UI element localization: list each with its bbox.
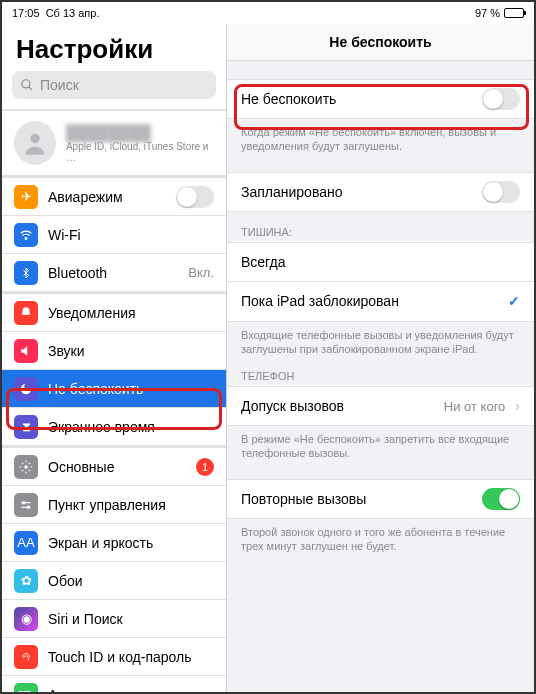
sidebar-item-general[interactable]: Основные 1 bbox=[2, 448, 226, 486]
svg-point-0 bbox=[22, 80, 30, 88]
search-input[interactable]: Поиск bbox=[12, 71, 216, 99]
account-subtitle: Apple ID, iCloud, iTunes Store и … bbox=[66, 141, 214, 163]
bluetooth-icon bbox=[14, 261, 38, 285]
dnd-toggle-row[interactable]: Не беспокоить bbox=[227, 79, 534, 119]
silence-always-row[interactable]: Всегда bbox=[227, 242, 534, 282]
flower-icon: ✿ bbox=[14, 569, 38, 593]
repeated-note: Второй звонок одного и того же абонента … bbox=[227, 519, 534, 554]
gear-icon bbox=[14, 455, 38, 479]
phone-header: ТЕЛЕФОН bbox=[227, 356, 534, 386]
sidebar-item-notifications[interactable]: Уведомления bbox=[2, 294, 226, 332]
repeated-calls-row[interactable]: Повторные вызовы bbox=[227, 479, 534, 519]
siri-icon: ◉ bbox=[14, 607, 38, 631]
svg-point-2 bbox=[30, 134, 39, 143]
scheduled-toggle[interactable] bbox=[482, 181, 520, 203]
silence-header: ТИШИНА: bbox=[227, 212, 534, 242]
detail-pane: Не беспокоить Не беспокоить Когда режим … bbox=[227, 24, 534, 692]
account-name: ████████ bbox=[66, 124, 214, 141]
battery-icon bbox=[14, 683, 38, 693]
dnd-toggle[interactable] bbox=[482, 88, 520, 110]
battery-icon bbox=[504, 8, 524, 18]
allow-calls-row[interactable]: Допуск вызовов Ни от кого › bbox=[227, 386, 534, 426]
sidebar-item-battery[interactable]: Аккумулятор bbox=[2, 676, 226, 692]
airplane-icon: ✈ bbox=[14, 185, 38, 209]
check-icon: ✓ bbox=[508, 293, 520, 309]
speaker-icon bbox=[14, 339, 38, 363]
status-bar: 17:05 Сб 13 апр. 97 % bbox=[2, 2, 534, 24]
svg-line-1 bbox=[29, 87, 32, 90]
sidebar: Настройки Поиск ████████ Apple ID, iClou… bbox=[2, 24, 227, 692]
hourglass-icon: ⧗ bbox=[14, 415, 38, 439]
sidebar-item-screentime[interactable]: ⧗ Экранное время bbox=[2, 408, 226, 446]
sliders-icon bbox=[14, 493, 38, 517]
silence-note: Входящие телефонные вызовы и уведомления… bbox=[227, 322, 534, 357]
sidebar-item-touchid[interactable]: Touch ID и код-пароль bbox=[2, 638, 226, 676]
detail-title: Не беспокоить bbox=[227, 24, 534, 61]
chevron-right-icon: › bbox=[515, 398, 520, 414]
status-date: Сб 13 апр. bbox=[46, 7, 100, 19]
sidebar-item-bluetooth[interactable]: Bluetooth Вкл. bbox=[2, 254, 226, 292]
status-time: 17:05 bbox=[12, 7, 40, 19]
repeated-toggle[interactable] bbox=[482, 488, 520, 510]
sidebar-item-wifi[interactable]: Wi-Fi bbox=[2, 216, 226, 254]
search-icon bbox=[20, 78, 34, 92]
account-row[interactable]: ████████ Apple ID, iCloud, iTunes Store … bbox=[2, 110, 226, 176]
sidebar-item-controlcenter[interactable]: Пункт управления bbox=[2, 486, 226, 524]
svg-rect-9 bbox=[19, 691, 31, 692]
allow-note: В режиме «Не беспокоить» запретить все в… bbox=[227, 426, 534, 461]
svg-point-3 bbox=[25, 237, 27, 239]
fingerprint-icon bbox=[14, 645, 38, 669]
sidebar-item-dnd[interactable]: Не беспокоить bbox=[2, 370, 226, 408]
bell-icon bbox=[14, 301, 38, 325]
silence-locked-row[interactable]: Пока iPad заблокирован ✓ bbox=[227, 282, 534, 322]
brightness-icon: AA bbox=[14, 531, 38, 555]
badge: 1 bbox=[196, 458, 214, 476]
sidebar-item-sounds[interactable]: Звуки bbox=[2, 332, 226, 370]
wifi-icon bbox=[14, 223, 38, 247]
svg-point-4 bbox=[24, 465, 28, 469]
avatar bbox=[14, 121, 56, 165]
page-title: Настройки bbox=[2, 24, 226, 71]
sidebar-item-wallpaper[interactable]: ✿ Обои bbox=[2, 562, 226, 600]
dnd-note: Когда режим «Не беспокоить» включен, выз… bbox=[227, 119, 534, 154]
sidebar-item-display[interactable]: AA Экран и яркость bbox=[2, 524, 226, 562]
airplane-toggle[interactable] bbox=[176, 186, 214, 208]
scheduled-row[interactable]: Запланировано bbox=[227, 172, 534, 212]
battery-percent: 97 % bbox=[475, 7, 500, 19]
sidebar-item-siri[interactable]: ◉ Siri и Поиск bbox=[2, 600, 226, 638]
sidebar-item-airplane[interactable]: ✈ Авиарежим bbox=[2, 178, 226, 216]
moon-icon bbox=[14, 377, 38, 401]
